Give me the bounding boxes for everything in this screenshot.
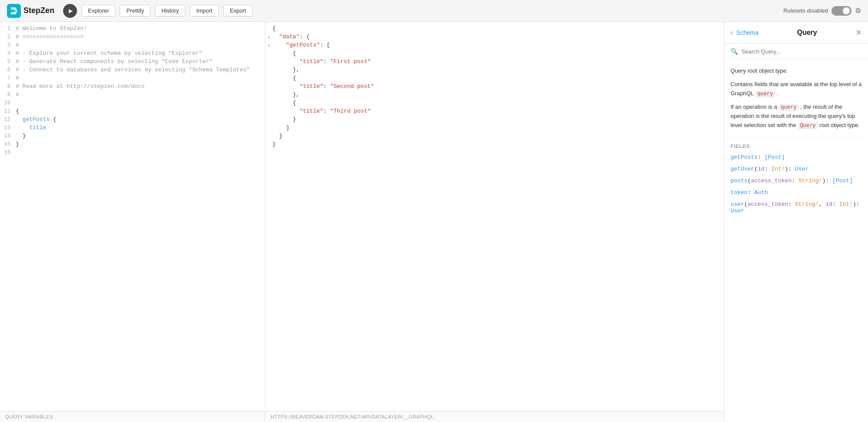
field-item-getuser[interactable]: getUser(id: Int!): User (731, 166, 862, 172)
json-line: }, (265, 67, 724, 75)
code-line: 13 title (0, 124, 265, 133)
code-line: 4 # - Explore your current schema by sel… (0, 50, 265, 58)
editor-footer: Query Variables (0, 411, 265, 422)
right-panel: ‹ Schema Query ✕ 🔍 Query root object typ… (724, 22, 868, 422)
field-item-posts[interactable]: posts(access_token: String!): [Post] (731, 178, 862, 184)
code-line: 1 # Welcome to StepZen! (0, 25, 265, 33)
json-line: "title": "Second post" (265, 83, 724, 91)
logo-text: StepZen (23, 6, 54, 15)
rulesets-toggle[interactable]: ✕ (831, 6, 851, 16)
logo: StepZen (7, 4, 54, 18)
schema-link[interactable]: Schema (736, 29, 758, 36)
toggle-knob (843, 7, 850, 14)
json-line: { (265, 100, 724, 108)
json-line: { (265, 25, 724, 33)
code-line: 14 } (0, 133, 265, 141)
json-line: } (265, 116, 724, 124)
rulesets-area: Rulesets disabled ✕ ⚙ (783, 6, 861, 16)
close-button[interactable]: ✕ (855, 28, 862, 37)
json-line: } (265, 133, 724, 141)
search-bar: 🔍 (724, 44, 868, 60)
gear-icon[interactable]: ⚙ (855, 7, 861, 15)
json-line: }, (265, 91, 724, 100)
right-panel-header: ‹ Schema Query ✕ (724, 22, 868, 44)
query-code-2: Query (798, 122, 818, 129)
result-footer: https://beaverdam.stepzen.net/api/datala… (265, 411, 724, 422)
logo-icon (7, 4, 21, 18)
import-button[interactable]: Import (190, 5, 219, 17)
prettify-button[interactable]: Prettify (120, 5, 150, 17)
run-button[interactable] (63, 4, 77, 18)
query-code-1: query (779, 104, 799, 111)
explorer-button[interactable]: Explorer (81, 5, 115, 17)
fields-label: FIELDS (731, 137, 862, 149)
json-line: "title": "First post" (265, 58, 724, 67)
search-input[interactable] (741, 48, 862, 55)
json-line: { (265, 50, 724, 58)
json-line: ] (265, 124, 724, 133)
code-line: 9 # (0, 91, 265, 100)
field-item-user[interactable]: user(access_token: String!, id: Int!): U… (731, 201, 862, 214)
json-line: "title": "Third post" (265, 108, 724, 116)
query-variables-label: Query Variables (5, 414, 53, 419)
code-line: 8 # Read more at http://stepzen.com/docs (0, 83, 265, 91)
desc-text-1: Query root object type. (731, 67, 862, 76)
right-panel-title: Query (762, 29, 852, 37)
main-content: 1 # Welcome to StepZen! 2 # ============… (0, 22, 868, 422)
json-line: ▾ "data": { (265, 33, 724, 42)
right-body: Query root object type. Contains fields … (724, 60, 868, 422)
code-line: 5 # - Generate React components by selec… (0, 58, 265, 67)
result-panel: { ▾ "data": { ▾ "getPosts": [ { "title":… (265, 22, 724, 422)
export-button[interactable]: Export (223, 5, 253, 17)
history-button[interactable]: History (155, 5, 185, 17)
back-arrow-icon[interactable]: ‹ (731, 29, 733, 37)
code-line: 11 { (0, 108, 265, 116)
code-line: 12 getPosts { (0, 116, 265, 124)
endpoint-url: https://beaverdam.stepzen.net/api/datala… (271, 414, 434, 419)
code-line: 15 } (0, 141, 265, 149)
code-line: 7 # (0, 75, 265, 83)
query-inline-code: query (755, 90, 775, 97)
field-item-getposts[interactable]: getPosts: [Post] (731, 154, 862, 161)
editor-content[interactable]: 1 # Welcome to StepZen! 2 # ============… (0, 22, 265, 411)
editor-panel: 1 # Welcome to StepZen! 2 # ============… (0, 22, 265, 422)
code-line: 16 (0, 149, 265, 157)
header: StepZen Explorer Prettify History Import… (0, 0, 868, 22)
code-line: 3 # (0, 42, 265, 50)
code-line: 10 (0, 100, 265, 108)
json-line: } (265, 141, 724, 149)
field-item-token[interactable]: token: Auth (731, 189, 862, 196)
desc-text-3: If an operation is a query , the result … (731, 103, 862, 130)
desc-text-2: Contains fields that are available at th… (731, 80, 862, 98)
search-icon: 🔍 (731, 48, 738, 55)
code-line: 2 # ================== (0, 33, 265, 42)
rulesets-label: Rulesets disabled (783, 7, 828, 14)
code-line: 6 # - Connect to databases and services … (0, 67, 265, 75)
json-line: ▾ "getPosts": [ (265, 42, 724, 50)
result-content[interactable]: { ▾ "data": { ▾ "getPosts": [ { "title":… (265, 22, 724, 411)
json-line: { (265, 75, 724, 83)
